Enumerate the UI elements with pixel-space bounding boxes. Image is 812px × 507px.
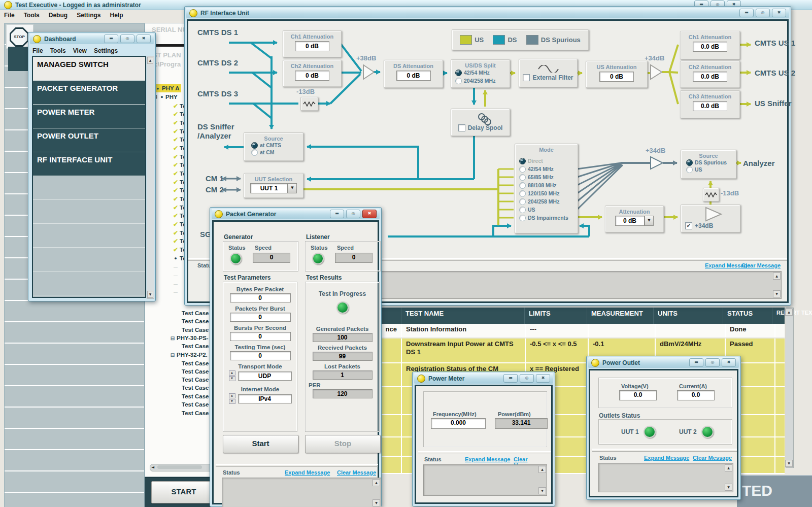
- tree-item[interactable]: PHY A: [152, 84, 181, 92]
- spinner-icon[interactable]: ▲▼: [229, 370, 235, 381]
- param-input[interactable]: 0: [230, 351, 291, 360]
- po-status-box[interactable]: ▲ ▼: [598, 463, 733, 492]
- po-clear-message-link[interactable]: Clear Message: [693, 455, 732, 461]
- dash-menu-settings[interactable]: Settings: [94, 47, 118, 54]
- pg-close-button[interactable]: ✖: [362, 210, 377, 218]
- radio-icon[interactable]: [519, 158, 526, 164]
- dash-menu-tools[interactable]: Tools: [50, 47, 66, 54]
- radio-icon[interactable]: [455, 70, 462, 76]
- radio-icon[interactable]: [519, 166, 526, 173]
- rf-clear-message-link[interactable]: Clear Message: [741, 262, 781, 268]
- dashboard-item[interactable]: [33, 248, 145, 272]
- param-input[interactable]: 0: [230, 293, 291, 302]
- external-filter-checkbox[interactable]: [523, 74, 530, 81]
- pg-expand-message-link[interactable]: Expand Message: [285, 469, 330, 476]
- ch1-ds-attenuation-value[interactable]: 0 dB: [295, 41, 329, 51]
- po-titlebar[interactable]: Power Outlet ▬ ◎ ✖: [588, 357, 739, 368]
- mode-option[interactable]: DS Impairments: [519, 214, 568, 222]
- radio-icon[interactable]: [519, 207, 526, 213]
- tree-item[interactable]: PHY: [152, 93, 178, 101]
- mode-option[interactable]: US: [519, 206, 568, 214]
- pm-close-button[interactable]: ✖: [536, 374, 550, 383]
- scroll-up-icon[interactable]: ▲: [147, 57, 153, 64]
- radio-icon[interactable]: [519, 190, 526, 197]
- param-input[interactable]: 0: [230, 332, 291, 341]
- table-row[interactable]: nce Station Information --- Done: [382, 324, 785, 339]
- tree-item[interactable]: [172, 280, 180, 288]
- table-vscrollbar[interactable]: ▲ ▼: [786, 308, 794, 468]
- radio-icon[interactable]: [455, 78, 462, 84]
- radio-icon[interactable]: [686, 159, 693, 166]
- scroll-up-icon[interactable]: ▲: [373, 479, 380, 486]
- frequency-value[interactable]: 0.000: [431, 418, 486, 429]
- pm-maximize-button[interactable]: ◎: [520, 374, 534, 383]
- rf-close-button[interactable]: ✖: [772, 9, 786, 17]
- tree-item[interactable]: Test Case: [180, 392, 209, 400]
- rf-minimize-button[interactable]: ▬: [739, 9, 754, 17]
- sniffer-source-option[interactable]: at CMTS: [251, 142, 281, 149]
- po-expand-message-link[interactable]: Expand Message: [644, 455, 689, 461]
- scroll-up-icon[interactable]: ▲: [773, 273, 781, 280]
- col-measurement[interactable]: MEASUREMENT: [587, 308, 654, 324]
- ch1-us-attenuation-value[interactable]: 0.0 dB: [693, 42, 727, 52]
- spinner-icon[interactable]: ▲▼: [229, 393, 235, 404]
- dashboard-item[interactable]: [33, 200, 145, 224]
- scroll-down-icon[interactable]: ▼: [147, 291, 153, 298]
- tree-item[interactable]: [172, 271, 180, 279]
- ch2-ds-attenuation-value[interactable]: 0 dB: [295, 71, 329, 81]
- dashboard-minimize-button[interactable]: ▬: [104, 35, 118, 43]
- col-units[interactable]: UNITS: [654, 308, 723, 324]
- tree-item[interactable]: PHY-32-P2.: [168, 351, 208, 359]
- dashboard-item[interactable]: [33, 224, 145, 248]
- scroll-down-icon[interactable]: ▼: [725, 484, 732, 491]
- sniffer-source-option[interactable]: at CM: [251, 149, 281, 156]
- dash-menu-file[interactable]: File: [32, 47, 43, 54]
- dashboard-scrollbar[interactable]: ▲ ▼: [147, 56, 154, 299]
- dashboard-item[interactable]: PACKET GENERATOR: [33, 81, 145, 105]
- po-minimize-button[interactable]: ▬: [689, 358, 703, 367]
- scroll-thumb[interactable]: [157, 465, 202, 469]
- mode-option[interactable]: 204/258 MHz: [519, 197, 568, 206]
- menu-debug[interactable]: Debug: [49, 12, 67, 19]
- radio-icon[interactable]: [519, 215, 526, 221]
- po-maximize-button[interactable]: ◎: [705, 358, 720, 367]
- tree-item[interactable]: Test Case: [180, 342, 209, 350]
- delay-spool-checkbox[interactable]: [458, 124, 465, 131]
- radio-icon[interactable]: [251, 149, 258, 156]
- dashboard-maximize-button[interactable]: ◎: [120, 35, 134, 43]
- split-option[interactable]: 42/54 MHz: [455, 69, 495, 77]
- mode-option[interactable]: 65/85 MHz: [519, 173, 568, 181]
- tree-item[interactable]: Test Case: [180, 309, 209, 317]
- analyzer-source-option[interactable]: DS Spurious: [686, 159, 727, 166]
- tree-item[interactable]: Test Case: [180, 384, 209, 392]
- rf-titlebar[interactable]: RF Interface Unit ▬ ◎ ✖: [186, 8, 789, 18]
- col-test-name[interactable]: TEST NAME: [401, 308, 525, 324]
- dashboard-item[interactable]: [33, 176, 145, 200]
- dashboard-item[interactable]: POWER OUTLET: [33, 128, 145, 152]
- spurious-attenuation-value[interactable]: 0 dB: [615, 216, 645, 226]
- mode-option[interactable]: 88/108 MHz: [519, 181, 568, 189]
- radio-icon[interactable]: [519, 182, 526, 189]
- col-limits[interactable]: LIMITS: [525, 308, 587, 324]
- menu-file[interactable]: File: [4, 12, 15, 19]
- pm-minimize-button[interactable]: ▬: [503, 374, 518, 383]
- rf-maximize-button[interactable]: ◎: [756, 9, 770, 17]
- tree-item[interactable]: [172, 288, 180, 296]
- dash-menu-view[interactable]: View: [73, 47, 87, 54]
- scroll-down-icon[interactable]: ▼: [773, 290, 781, 297]
- dashboard-item[interactable]: MANAGED SWITCH: [33, 57, 145, 81]
- mode-option[interactable]: Direct: [519, 157, 568, 165]
- dashboard-item[interactable]: RF INTERFACE UNIT: [33, 152, 145, 176]
- analyzer-source-option[interactable]: US: [686, 166, 727, 173]
- listener-speed-value[interactable]: 0: [335, 253, 373, 263]
- start-sequence-button[interactable]: START: [151, 481, 216, 503]
- pm-titlebar[interactable]: Power Meter ▬ ◎ ✖: [414, 373, 553, 384]
- pg-minimize-button[interactable]: ▬: [330, 210, 344, 218]
- scroll-left-icon[interactable]: ◄: [151, 465, 154, 470]
- tree-item[interactable]: PHY-30-PS-: [168, 334, 209, 342]
- ds-attenuation-value[interactable]: 0 dB: [396, 71, 431, 81]
- pm-expand-message-link[interactable]: Expand Message: [465, 456, 510, 462]
- menu-settings[interactable]: Settings: [77, 12, 100, 19]
- pg-titlebar[interactable]: Packet Generator ▬ ◎ ✖: [212, 209, 380, 219]
- pm-status-box[interactable]: ▲ ▼: [423, 464, 547, 496]
